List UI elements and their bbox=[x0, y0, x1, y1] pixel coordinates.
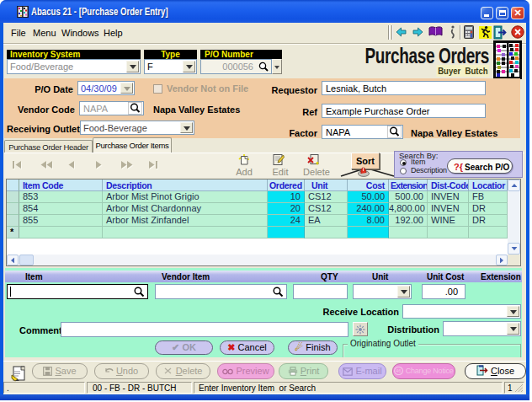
svg-text:46: 46 bbox=[396, 368, 402, 373]
